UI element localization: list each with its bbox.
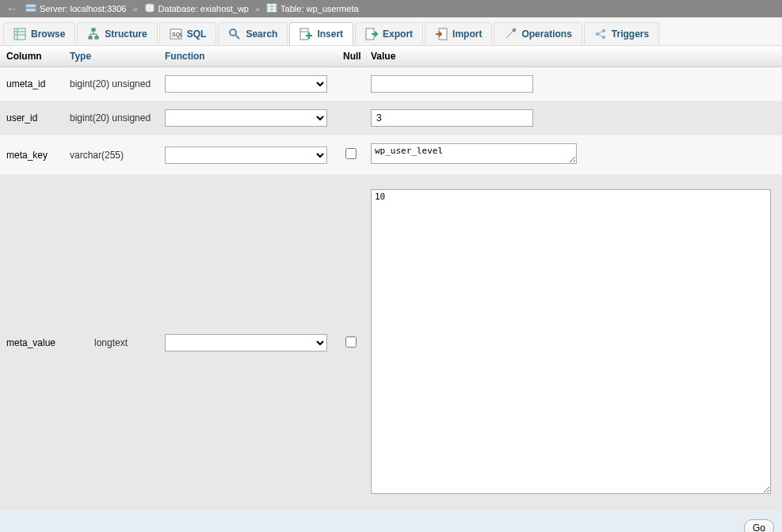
tab-structure-label: Structure [105, 28, 147, 40]
value-textarea-meta-value[interactable] [371, 189, 771, 494]
value-input-user-id[interactable] [371, 109, 533, 127]
sql-icon: SQL [170, 28, 182, 40]
back-arrow-icon[interactable]: ← [6, 2, 17, 15]
breadcrumb-sep-2: » [255, 4, 260, 13]
tab-export[interactable]: Export [355, 22, 423, 45]
tab-insert-label: Insert [317, 28, 343, 40]
function-select-user-id[interactable] [165, 109, 327, 127]
tab-search-label: Search [246, 28, 277, 40]
tab-operations[interactable]: Operations [494, 22, 582, 45]
breadcrumb-database[interactable]: Database: exiahost_wp [158, 4, 249, 13]
function-select-meta-value[interactable] [165, 334, 327, 352]
browse-icon [13, 28, 26, 40]
svg-rect-7 [14, 28, 25, 40]
value-input-umeta-id[interactable] [371, 75, 533, 93]
export-icon [365, 28, 378, 40]
svg-rect-0 [26, 5, 36, 8]
svg-point-20 [230, 29, 236, 36]
header-column: Column [0, 51, 63, 62]
tab-triggers-label: Triggers [612, 28, 649, 40]
tab-operations-label: Operations [521, 28, 571, 40]
svg-rect-12 [89, 36, 92, 39]
col-type-meta-key: varchar(255) [63, 150, 158, 161]
svg-rect-1 [26, 9, 36, 12]
tab-sql[interactable]: SQL SQL [159, 22, 217, 45]
tab-search[interactable]: Search [218, 22, 288, 45]
col-name-umeta-id: umeta_id [0, 78, 63, 89]
tab-export-label: Export [383, 28, 413, 40]
tab-browse[interactable]: Browse [3, 22, 75, 45]
svg-rect-11 [92, 28, 95, 31]
col-type-user-id: bigint(20) unsigned [63, 112, 158, 124]
breadcrumb-server[interactable]: Server: localhost:3306 [40, 4, 126, 13]
operations-icon [504, 28, 517, 40]
tab-browse-label: Browse [31, 28, 65, 40]
triggers-icon [594, 28, 607, 40]
svg-line-32 [597, 31, 604, 34]
svg-text:SQL: SQL [172, 32, 182, 38]
header-null: Null [337, 51, 364, 62]
function-select-umeta-id[interactable] [165, 75, 327, 93]
tabs-bar: Browse Structure SQL SQL Search Insert E… [0, 17, 782, 46]
insert-icon [299, 28, 312, 40]
null-checkbox-meta-key[interactable] [345, 148, 357, 159]
go-button[interactable]: Go [744, 519, 774, 532]
col-type-umeta-id: bigint(20) unsigned [63, 78, 158, 89]
table-icon [266, 2, 277, 15]
col-name-meta-key: meta_key [0, 150, 63, 161]
svg-line-33 [597, 34, 604, 37]
row-meta-value: meta_value longtext [0, 175, 782, 511]
database-icon [144, 2, 155, 15]
header-type: Type [63, 51, 158, 62]
svg-line-21 [235, 35, 239, 39]
function-select-meta-key[interactable] [165, 146, 327, 164]
col-name-user-id: user_id [0, 112, 63, 124]
row-meta-key: meta_key varchar(255) [0, 135, 782, 175]
breadcrumb-sep-1: » [132, 4, 137, 13]
tab-insert[interactable]: Insert [289, 22, 353, 45]
tab-import[interactable]: Import [425, 22, 492, 45]
footer: Go [0, 511, 782, 532]
svg-rect-22 [300, 28, 308, 40]
breadcrumb-table[interactable]: Table: wp_usermeta [280, 4, 358, 13]
tab-sql-label: SQL [187, 28, 207, 40]
search-icon [228, 28, 241, 40]
col-name-meta-value: meta_value [0, 337, 63, 348]
tab-triggers[interactable]: Triggers [584, 22, 659, 45]
import-icon [435, 28, 448, 40]
row-umeta-id: umeta_id bigint(20) unsigned [0, 67, 782, 101]
col-type-meta-value: longtext [63, 337, 158, 348]
header-function: Function [158, 51, 337, 62]
breadcrumb: ← Server: localhost:3306 » Database: exi… [0, 0, 782, 17]
structure-icon [87, 28, 100, 40]
null-checkbox-meta-value[interactable] [345, 336, 357, 348]
tab-import-label: Import [452, 28, 482, 40]
svg-rect-13 [95, 36, 98, 39]
row-user-id: user_id bigint(20) unsigned [0, 101, 782, 135]
value-textarea-meta-key[interactable] [371, 143, 577, 164]
table-header: Column Type Function Null Value [0, 46, 782, 67]
header-value: Value [364, 51, 782, 62]
server-icon [25, 2, 36, 15]
tab-structure[interactable]: Structure [77, 22, 157, 45]
